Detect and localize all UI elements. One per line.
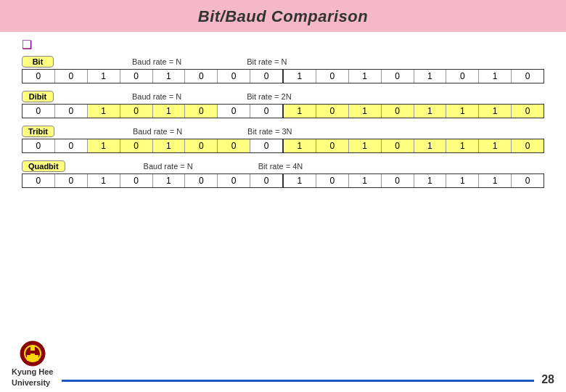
bit-cell: 0 <box>22 139 55 152</box>
bit-cell: 1 <box>446 174 479 187</box>
quadbit-rates: Baud rate = N Bit rate = 4N <box>71 162 544 171</box>
bit-cell: 1 <box>284 70 316 83</box>
bit-cell: 0 <box>316 70 349 83</box>
bit-cell: 0 <box>185 105 218 118</box>
bit-cell: 1 <box>349 70 382 83</box>
bit-cell: 1 <box>414 139 447 152</box>
university-line1: Kyung Hee <box>12 367 53 376</box>
bit-cell: 1 <box>446 105 479 118</box>
bit-cell: 0 <box>120 70 153 83</box>
bit-cell: 0 <box>250 174 284 187</box>
bit-cell: 0 <box>55 70 88 83</box>
bit-cell: 0 <box>218 70 250 83</box>
bit-cell: 0 <box>218 105 250 118</box>
bit-cell: 0 <box>512 105 544 118</box>
bit-cell: 1 <box>284 105 316 118</box>
bit-cell: 0 <box>316 139 349 152</box>
bit-cell: 1 <box>153 105 186 118</box>
page-number: 28 <box>541 373 554 386</box>
bit-cell: 1 <box>349 139 382 152</box>
tribit-bit-rate: Bit rate = 3N <box>247 127 292 136</box>
quadbit-baud-rate: Baud rate = N <box>144 162 193 171</box>
bit-cell: 1 <box>88 139 120 152</box>
bit-bit-rate: Bit rate = N <box>247 57 287 66</box>
bit-section: Bit Baud rate = N Bit rate = N 001010001… <box>22 56 544 83</box>
bit-cell: 0 <box>218 174 250 187</box>
bit-cell: 0 <box>218 139 250 152</box>
bit-cell: 1 <box>284 174 316 187</box>
slide: Bit/Baud Comparison ❑ Bit Baud rate = N … <box>0 0 566 392</box>
bit-cell: 1 <box>479 70 512 83</box>
bit-cell: 1 <box>479 139 512 152</box>
bullet-point: ❑ <box>22 38 544 52</box>
dibit-grid: 0010100010101110 <box>22 104 544 118</box>
quadbit-grid: 0010100010101110 <box>22 173 544 188</box>
tribit-label: Tribit <box>22 126 54 137</box>
bit-cell: 0 <box>250 139 284 152</box>
bit-cell: 0 <box>55 139 88 152</box>
university-logo-icon <box>20 340 46 367</box>
bit-cell: 1 <box>88 70 120 83</box>
bit-cell: 0 <box>250 105 284 118</box>
bit-label: Bit <box>22 56 54 68</box>
bit-cell: 0 <box>120 139 153 152</box>
bit-grid: 0010100010101010 <box>22 69 544 83</box>
bit-cell: 0 <box>55 174 88 187</box>
quadbit-label: Quadbit <box>22 160 65 172</box>
university-line2: University <box>12 378 50 387</box>
bit-cell: 1 <box>349 105 382 118</box>
quadbit-bit-rate: Bit rate = 4N <box>258 162 303 171</box>
dibit-rates: Baud rate = N Bit rate = 2N <box>60 92 544 101</box>
dibit-label: Dibit <box>22 91 54 102</box>
bit-cell: 1 <box>153 139 186 152</box>
bit-cell: 1 <box>414 70 447 83</box>
bit-cell: 0 <box>185 174 218 187</box>
bit-cell: 0 <box>316 174 349 187</box>
bit-header: Bit Baud rate = N Bit rate = N <box>22 56 544 68</box>
quadbit-header: Quadbit Baud rate = N Bit rate = 4N <box>22 160 544 172</box>
bit-cell: 0 <box>446 70 479 83</box>
bit-cell: 1 <box>88 174 120 187</box>
footer-university-text: Kyung Hee University <box>12 367 53 388</box>
bit-cell: 1 <box>479 174 512 187</box>
bit-cell: 1 <box>446 139 479 152</box>
bit-cell: 0 <box>382 105 414 118</box>
tribit-grid: 0010100010101110 <box>22 139 544 153</box>
bit-cell: 0 <box>382 70 414 83</box>
dibit-section: Dibit Baud rate = N Bit rate = 2N 001010… <box>22 91 544 118</box>
bit-cell: 0 <box>512 139 544 152</box>
bit-cell: 0 <box>120 105 153 118</box>
tribit-baud-rate: Baud rate = N <box>133 127 182 136</box>
svg-rect-2 <box>30 346 35 351</box>
bit-rates: Baud rate = N Bit rate = N <box>60 57 544 66</box>
bit-cell: 0 <box>22 174 55 187</box>
slide-title: Bit/Baud Comparison <box>0 0 566 32</box>
bit-cell: 1 <box>479 105 512 118</box>
bit-cell: 0 <box>512 174 544 187</box>
bit-cell: 1 <box>284 139 316 152</box>
dibit-baud-rate: Baud rate = N <box>132 92 181 101</box>
bit-cell: 0 <box>382 174 414 187</box>
bit-cell: 0 <box>120 174 153 187</box>
footer-logo: Kyung Hee University <box>12 340 53 388</box>
bit-baud-rate: Baud rate = N <box>132 57 181 66</box>
bit-cell: 0 <box>185 70 218 83</box>
footer-divider <box>62 380 534 382</box>
svg-rect-4 <box>35 355 38 361</box>
bit-cell: 0 <box>185 139 218 152</box>
dibit-bit-rate: Bit rate = 2N <box>247 92 291 101</box>
footer: Kyung Hee University 28 <box>0 336 566 392</box>
bit-cell: 0 <box>250 70 284 83</box>
bit-cell: 0 <box>316 105 349 118</box>
dibit-header: Dibit Baud rate = N Bit rate = 2N <box>22 91 544 102</box>
bit-cell: 0 <box>382 139 414 152</box>
bit-cell: 1 <box>414 174 447 187</box>
content-area: ❑ Bit Baud rate = N Bit rate = N 0010100… <box>0 38 566 188</box>
tribit-rates: Baud rate = N Bit rate = 3N <box>60 127 544 136</box>
bit-cell: 0 <box>55 105 88 118</box>
bit-cell: 0 <box>512 70 544 83</box>
bit-cell: 1 <box>414 105 447 118</box>
bit-cell: 1 <box>153 174 186 187</box>
bit-cell: 1 <box>349 174 382 187</box>
svg-rect-5 <box>30 354 35 361</box>
